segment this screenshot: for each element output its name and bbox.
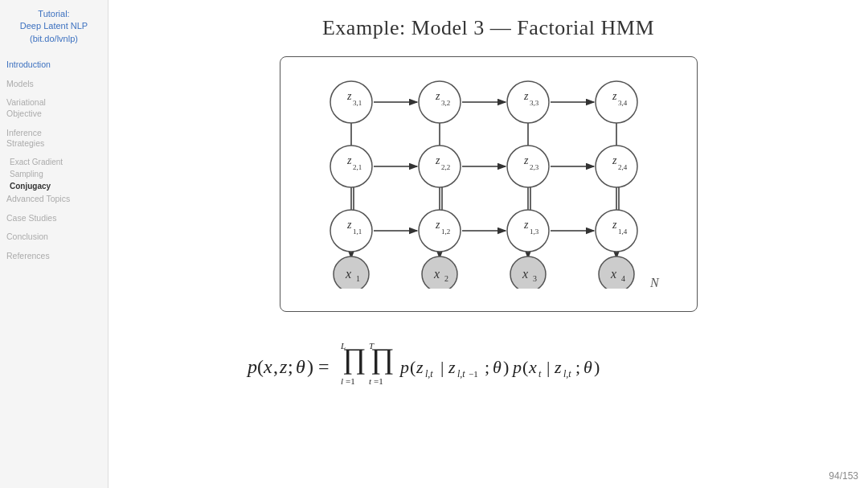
sidebar-subitem-conjugacy[interactable]: Conjugacy: [10, 182, 101, 191]
svg-text:3,2: 3,2: [441, 99, 450, 107]
svg-text:p: p: [246, 356, 257, 377]
svg-text:z: z: [435, 90, 440, 102]
svg-text:z: z: [523, 219, 529, 231]
svg-text:3,4: 3,4: [618, 99, 628, 107]
node-z22: [419, 146, 461, 187]
svg-text:3: 3: [533, 274, 537, 283]
svg-text:3,3: 3,3: [530, 99, 539, 107]
svg-text:∏: ∏: [342, 342, 366, 375]
sidebar-title: Tutorial:Deep Latent NLP(bit.do/lvnlp): [6, 8, 101, 45]
svg-text:(: (: [410, 357, 416, 377]
svg-text:θ: θ: [583, 357, 592, 377]
diagram-n-label: N: [649, 276, 660, 289]
svg-text:∏: ∏: [371, 342, 395, 375]
sidebar-subitem-sampling[interactable]: Sampling: [10, 170, 101, 178]
svg-text:z: z: [346, 219, 352, 231]
svg-text:L: L: [340, 341, 346, 351]
svg-text:|: |: [547, 357, 550, 377]
svg-text:z: z: [612, 154, 617, 166]
svg-text:z: z: [346, 90, 352, 102]
svg-text:=1: =1: [374, 376, 383, 386]
node-z32: [419, 81, 461, 123]
svg-text:p: p: [399, 357, 409, 377]
graph-svg: z 3,1 z 3,2 z 3,3 z 3,4 z 2,1 z 2,2: [303, 72, 673, 289]
svg-text:z: z: [346, 154, 352, 166]
formula-svg: p ( x , z ; θ ) = ∏ l =1 L ∏ t =1 T p ( …: [240, 326, 738, 399]
svg-text:=1: =1: [346, 376, 355, 386]
node-z34: [596, 81, 637, 123]
svg-text:t: t: [538, 368, 542, 379]
svg-text:T: T: [369, 341, 375, 351]
node-z33: [507, 81, 549, 123]
svg-text:;: ;: [485, 357, 489, 377]
svg-text:1,3: 1,3: [530, 228, 539, 236]
svg-text:;: ;: [575, 357, 580, 377]
node-z31: [330, 81, 372, 123]
svg-text:2,2: 2,2: [441, 163, 450, 171]
svg-text:θ: θ: [493, 357, 502, 377]
svg-text:1,1: 1,1: [353, 228, 362, 236]
svg-text:θ: θ: [296, 356, 305, 377]
svg-text:(: (: [522, 357, 528, 377]
node-z13: [507, 210, 549, 252]
svg-text:z: z: [523, 90, 529, 102]
svg-text:z: z: [448, 357, 456, 377]
node-z24: [596, 146, 637, 187]
svg-text:x: x: [433, 267, 440, 281]
svg-text:z: z: [279, 356, 288, 377]
formula-area: p ( x , z ; θ ) = ∏ l =1 L ∏ t =1 T p ( …: [240, 326, 738, 399]
svg-text:z: z: [554, 357, 562, 377]
page-number: 94/153: [829, 470, 858, 482]
svg-text:t: t: [369, 376, 372, 386]
sidebar-item-conclusion[interactable]: Conclusion: [6, 232, 101, 243]
svg-text:z: z: [612, 219, 617, 231]
svg-text:2,3: 2,3: [530, 163, 539, 171]
sidebar-item-references[interactable]: References: [6, 251, 101, 262]
svg-text:): ): [594, 357, 600, 377]
svg-text:1,2: 1,2: [441, 228, 450, 236]
node-z21: [330, 146, 372, 187]
svg-text:x: x: [528, 357, 537, 377]
sidebar-item-case-studies[interactable]: Case Studies: [6, 213, 101, 224]
svg-text:,: ,: [273, 356, 278, 377]
svg-text:3,1: 3,1: [353, 99, 362, 107]
svg-text:1: 1: [356, 274, 360, 283]
svg-text:l,t: l,t: [457, 368, 465, 379]
svg-text:p: p: [511, 357, 522, 377]
slide-title: Example: Model 3 — Factorial HMM: [322, 16, 654, 40]
svg-text:z: z: [435, 154, 440, 166]
sidebar: Tutorial:Deep Latent NLP(bit.do/lvnlp) I…: [0, 0, 108, 488]
svg-text:4: 4: [621, 274, 625, 283]
svg-text:;: ;: [288, 356, 293, 377]
sidebar-item-models[interactable]: Models: [6, 79, 101, 90]
node-z23: [507, 146, 549, 187]
svg-text:(: (: [257, 356, 264, 377]
node-z12: [419, 210, 461, 252]
svg-text:l: l: [341, 376, 343, 386]
svg-text:2: 2: [444, 274, 448, 283]
svg-text:x: x: [345, 267, 351, 281]
node-z11: [330, 210, 372, 252]
factorial-hmm-diagram: z 3,1 z 3,2 z 3,3 z 3,4 z 2,1 z 2,2: [280, 56, 698, 312]
svg-text:x: x: [522, 267, 528, 281]
svg-text:2,1: 2,1: [353, 163, 362, 171]
svg-text:−1: −1: [469, 369, 478, 379]
sidebar-item-advanced[interactable]: Advanced Topics: [6, 194, 101, 205]
main-content: Example: Model 3 — Factorial HMM: [108, 0, 868, 488]
sidebar-item-introduction[interactable]: Introduction: [6, 59, 101, 71]
svg-text:l,t: l,t: [563, 368, 571, 379]
svg-text:x: x: [610, 267, 616, 281]
svg-text:1,4: 1,4: [618, 228, 628, 236]
sidebar-item-inference[interactable]: InferenceStrategies: [6, 128, 101, 150]
node-z14: [596, 210, 637, 252]
svg-text:z: z: [612, 90, 617, 102]
svg-text:z: z: [523, 154, 529, 166]
svg-text:z: z: [416, 357, 424, 377]
svg-text:) =: ) =: [307, 356, 330, 377]
sidebar-subitem-exact[interactable]: Exact Gradient: [10, 158, 101, 166]
svg-text:2,4: 2,4: [618, 163, 628, 171]
svg-text:l,t: l,t: [425, 368, 433, 379]
sidebar-item-variational[interactable]: VariationalObjective: [6, 97, 101, 119]
svg-text:): ): [503, 357, 509, 377]
svg-text:x: x: [263, 356, 272, 377]
